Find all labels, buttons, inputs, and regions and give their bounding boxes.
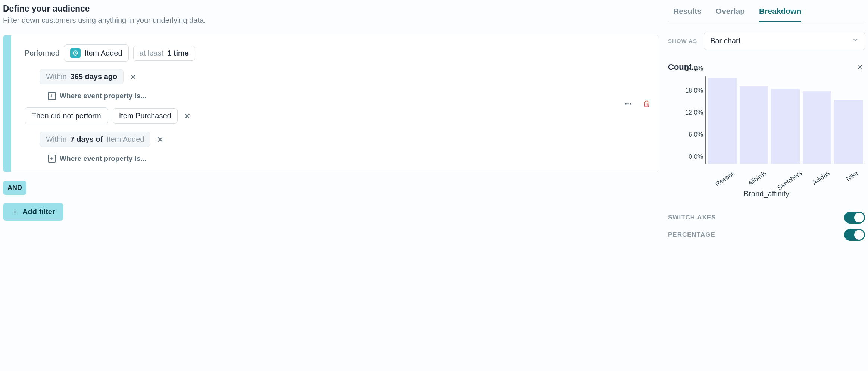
frequency-prefix: at least xyxy=(140,49,163,57)
time-window-pill[interactable]: Within 365 days ago xyxy=(40,69,124,84)
funnel-window-pill[interactable]: Within 7 days of Item Added xyxy=(40,132,150,147)
close-chart-button[interactable] xyxy=(855,62,865,72)
tab-results[interactable]: Results xyxy=(673,4,702,22)
y-tick-label: 6.0% xyxy=(668,131,703,138)
clock-icon xyxy=(70,48,81,58)
page-subtitle: Filter down customers using anything in … xyxy=(3,16,659,25)
event-name-2: Item Purchased xyxy=(119,112,171,120)
x-tick-label: Allbirds xyxy=(747,169,768,187)
breakdown-bar-chart: 0.0%6.0%12.0%18.0%24.0% ReebokAllbirdsSk… xyxy=(668,76,865,184)
svg-point-1 xyxy=(625,103,627,104)
show-as-label: SHOW AS xyxy=(668,38,697,44)
then-label: Then did not perform xyxy=(32,112,101,120)
add-prop-label: Where event property is... xyxy=(60,92,146,100)
chart-bar[interactable] xyxy=(740,86,768,164)
x-tick-label: Adidas xyxy=(811,169,831,187)
x-tick-label: Reebok xyxy=(714,169,736,188)
time-prefix: Within xyxy=(46,72,67,81)
chart-bar[interactable] xyxy=(803,91,831,164)
funnel-ref: Item Added xyxy=(106,135,144,144)
frequency-value: 1 time xyxy=(167,49,189,57)
then-did-not-perform-pill[interactable]: Then did not perform xyxy=(25,107,108,124)
svg-point-2 xyxy=(627,103,628,104)
add-filter-label: Add filter xyxy=(22,208,55,216)
remove-funnel-window-button[interactable] xyxy=(155,134,165,145)
tab-breakdown[interactable]: Breakdown xyxy=(759,4,801,22)
y-tick-label: 12.0% xyxy=(668,109,703,116)
plus-box-icon xyxy=(48,92,56,100)
more-actions-button[interactable] xyxy=(623,99,633,109)
plus-icon xyxy=(11,208,19,216)
event-pill-item-purchased[interactable]: Item Purchased xyxy=(113,108,178,124)
page-title: Define your audience xyxy=(3,4,659,14)
chevron-down-icon xyxy=(852,37,859,45)
plus-box-icon xyxy=(48,155,56,163)
breakdown-tabs: Results Overlap Breakdown xyxy=(668,4,865,22)
remove-funnel-step-button[interactable] xyxy=(182,111,193,121)
chart-bar[interactable] xyxy=(834,100,863,164)
funnel-prefix: Within xyxy=(46,135,67,144)
tab-overlap[interactable]: Overlap xyxy=(716,4,745,22)
x-axis-title: Brand_affinity xyxy=(668,190,865,198)
add-filter-button[interactable]: Add filter xyxy=(3,203,63,221)
time-value: 365 days ago xyxy=(71,72,118,81)
x-tick-label: Nike xyxy=(845,169,859,183)
show-as-select[interactable]: Bar chart xyxy=(704,32,865,50)
funnel-value: 7 days of xyxy=(71,135,103,144)
y-tick-label: 18.0% xyxy=(668,87,703,94)
y-tick-label: 24.0% xyxy=(668,65,703,72)
svg-point-3 xyxy=(630,103,631,104)
switch-axes-toggle[interactable] xyxy=(844,212,865,224)
event-name: Item Added xyxy=(84,49,122,57)
percentage-toggle[interactable] xyxy=(844,229,865,241)
delete-filter-button[interactable] xyxy=(641,99,652,109)
chart-bar[interactable] xyxy=(708,78,737,164)
chart-bar[interactable] xyxy=(771,89,800,164)
performed-label: Performed xyxy=(25,49,59,57)
event-pill-item-added[interactable]: Item Added xyxy=(64,44,128,62)
add-prop-label-2: Where event property is... xyxy=(60,155,146,163)
percentage-label: PERCENTAGE xyxy=(668,231,715,238)
show-as-value: Bar chart xyxy=(710,37,740,45)
frequency-pill[interactable]: at least 1 time xyxy=(133,46,195,61)
add-event-property-button-2[interactable]: Where event property is... xyxy=(48,155,146,163)
remove-time-window-button[interactable] xyxy=(128,72,138,82)
y-tick-label: 0.0% xyxy=(668,153,703,160)
add-event-property-button-1[interactable]: Where event property is... xyxy=(48,92,146,100)
and-operator-chip[interactable]: AND xyxy=(3,181,26,195)
audience-filter-card: Performed Item Added at least 1 time Wit… xyxy=(3,35,659,172)
switch-axes-label: SWITCH AXES xyxy=(668,214,716,221)
x-tick-label: Sketchers xyxy=(776,169,803,192)
